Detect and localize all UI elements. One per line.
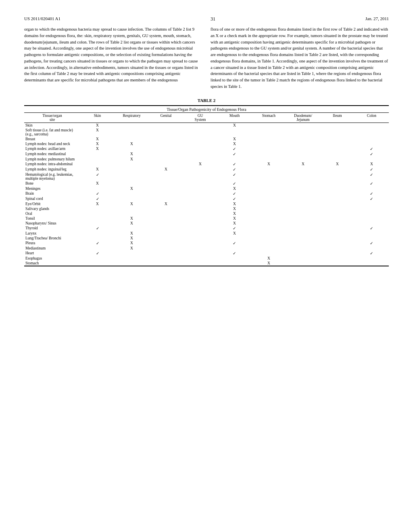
data-cell: X (80, 181, 115, 186)
data-cell (355, 236, 389, 241)
data-cell (252, 241, 286, 246)
col-header-genital: Genital (149, 112, 183, 123)
data-cell (286, 141, 320, 146)
data-cell (80, 211, 115, 216)
data-cell: X (80, 202, 115, 206)
data-cell (252, 152, 286, 157)
body-col-right: flora of one or more of the endogenous f… (211, 26, 389, 90)
data-cell: X (115, 221, 149, 226)
data-cell (80, 256, 115, 261)
data-cell (252, 123, 286, 128)
data-cell (115, 256, 149, 261)
table-row: Lymph nodes: pulmonary hilumX (24, 157, 389, 162)
data-cell (149, 123, 183, 128)
data-cell (252, 246, 286, 251)
tissue-cell: Skin (24, 123, 80, 128)
table-row: OralX (24, 211, 389, 216)
data-cell (183, 157, 217, 162)
col-header-respiratory: Respiratory (115, 112, 149, 123)
data-cell (149, 236, 183, 241)
data-cell: X (115, 141, 149, 146)
data-cell (149, 191, 183, 196)
data-cell (115, 172, 149, 181)
data-cell (149, 261, 183, 266)
data-cell (355, 206, 389, 211)
data-cell (252, 231, 286, 236)
data-cell: X (217, 216, 252, 221)
data-cell (149, 231, 183, 236)
data-cell: X (115, 246, 149, 251)
table-row: Lymph nodes: axillae/armX✓✓ (24, 146, 389, 152)
data-cell: X (252, 256, 286, 261)
data-cell (355, 137, 389, 141)
data-cell (252, 141, 286, 146)
data-cell (355, 123, 389, 128)
data-cell (217, 261, 252, 266)
data-cell (115, 191, 149, 196)
data-cell (115, 162, 149, 167)
col-header-mouth: Mouth (217, 112, 252, 123)
data-cell (149, 146, 183, 152)
tissue-cell: Oral (24, 211, 80, 216)
col-header-tissue: Tissue/organsite (24, 112, 80, 123)
data-cell: X (80, 123, 115, 128)
data-cell (286, 261, 320, 266)
data-cell (80, 246, 115, 251)
data-cell (183, 246, 217, 251)
tissue-cell: Esophagus (24, 256, 80, 261)
data-cell (286, 251, 320, 256)
data-cell (149, 157, 183, 162)
data-cell (115, 181, 149, 186)
data-cell (286, 246, 320, 251)
tissue-cell: Bone (24, 181, 80, 186)
data-cell (320, 191, 355, 196)
table-row: Lymph nodes: intra-abdominalX✓XXXX (24, 162, 389, 167)
data-cell (183, 123, 217, 128)
data-cell: X (80, 141, 115, 146)
data-cell (183, 206, 217, 211)
data-cell (183, 128, 217, 137)
data-cell (80, 231, 115, 236)
data-cell: X (149, 167, 183, 172)
data-cell (183, 226, 217, 231)
data-cell (252, 226, 286, 231)
data-cell (286, 196, 320, 202)
data-cell (320, 141, 355, 146)
data-cell (286, 221, 320, 226)
data-cell: X (115, 236, 149, 241)
data-cell (286, 186, 320, 191)
data-cell (286, 172, 320, 181)
data-cell: X (80, 137, 115, 141)
data-cell (252, 167, 286, 172)
data-cell: ✓ (355, 167, 389, 172)
data-cell (115, 167, 149, 172)
table-row: Thyroid✓✓✓ (24, 226, 389, 231)
table-row: Hematological (e.g. leukemias, multiple … (24, 172, 389, 181)
table-row: Nasopharynx/ SinusXX (24, 221, 389, 226)
tissue-cell: Breast (24, 137, 80, 141)
data-cell: X (80, 146, 115, 152)
data-cell: ✓ (80, 226, 115, 231)
data-cell (149, 206, 183, 211)
data-cell: X (183, 162, 217, 167)
data-cell (149, 246, 183, 251)
data-cell (286, 211, 320, 216)
data-cell (252, 181, 286, 186)
data-cell (80, 157, 115, 162)
tissue-cell: Lymph nodes: pulmonary hilum (24, 157, 80, 162)
data-cell (80, 236, 115, 241)
data-cell (115, 137, 149, 141)
data-cell: X (286, 162, 320, 167)
data-cell (320, 137, 355, 141)
data-cell: ✓ (217, 152, 252, 157)
data-cell (355, 261, 389, 266)
data-cell: X (115, 152, 149, 157)
table-subtitle-row: Tissue/Organ Pathogenicity of Endogenous… (24, 106, 389, 113)
data-cell (252, 202, 286, 206)
data-cell (252, 216, 286, 221)
data-cell (252, 146, 286, 152)
data-cell: X (217, 221, 252, 226)
data-cell (183, 181, 217, 186)
data-cell: X (115, 241, 149, 246)
data-cell (183, 196, 217, 202)
